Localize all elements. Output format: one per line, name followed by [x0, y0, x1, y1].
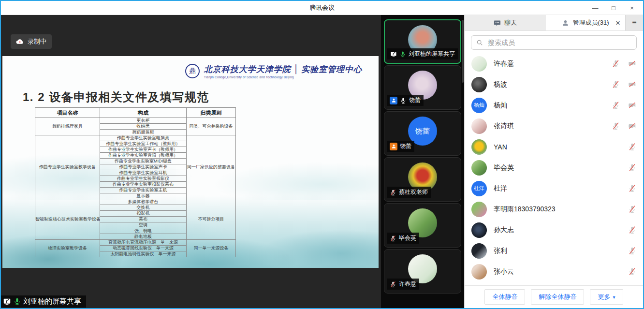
- table-row: 舞蹈排练厅家具更衣柜同类、可合并采购设备: [35, 118, 236, 124]
- screen-share-stage: 录制中 鼎 北京科技大学天津学院│实验室管理中心 Tianjin College…: [1, 15, 381, 308]
- tile-participant-name: 毕会英: [399, 234, 416, 242]
- member-row[interactable]: 杨灿杨灿: [465, 95, 643, 116]
- member-row[interactable]: 毕会英: [465, 157, 643, 178]
- member-status-icons: [628, 247, 636, 255]
- mic-muted-icon[interactable]: [628, 226, 636, 234]
- panel-close-icon[interactable]: ×: [615, 19, 620, 27]
- member-avatar: [471, 202, 487, 217]
- project-name-cell: 智能制造核心技术实验室教学设备: [35, 199, 100, 240]
- member-status-icons: [628, 205, 636, 213]
- table-header-composition: 构成: [100, 108, 187, 118]
- member-name: 毕会英: [494, 163, 514, 172]
- member-status-icons: [612, 59, 636, 68]
- minimize-icon[interactable]: —: [586, 1, 604, 15]
- camera-muted-icon[interactable]: [628, 122, 636, 130]
- mic-muted-icon[interactable]: [612, 101, 620, 109]
- member-row[interactable]: 张诗琪: [465, 116, 643, 136]
- member-avatar: [471, 56, 487, 72]
- member-row[interactable]: 张利: [465, 240, 643, 261]
- member-avatar: 杨灿: [471, 98, 487, 113]
- maximize-icon[interactable]: □: [604, 1, 623, 15]
- mute-all-button[interactable]: 全体静音: [484, 289, 525, 305]
- table-row: 智能制造核心技术实验室教学设备多媒体教学讲台不可拆分项目: [35, 199, 236, 205]
- slide-title: 1. 2 设备申报相关文件及填写规范: [23, 89, 379, 105]
- member-avatar: [471, 160, 487, 176]
- member-row[interactable]: 许春意: [465, 53, 643, 74]
- video-strip-scrollbar[interactable]: [462, 20, 464, 83]
- table-header-principle: 归类原则: [187, 108, 236, 118]
- button-label: 解除全体静音: [539, 293, 576, 301]
- member-status-icons: [612, 122, 636, 130]
- member-row[interactable]: 张小云: [465, 261, 643, 282]
- composition-cell: 收纳凳: [100, 124, 187, 130]
- member-list: 许春意杨波杨灿杨灿张诗琪YAN毕会英杜洋杜洋李明雨18303790323孙大志张…: [465, 53, 643, 285]
- screen-share-icon: [390, 51, 397, 58]
- tab-manage-members[interactable]: 管理成员(31) ··· ×: [546, 15, 625, 30]
- video-tile[interactable]: 刘亚楠的屏幕共享: [384, 19, 461, 64]
- camera-muted-icon[interactable]: [628, 59, 636, 68]
- tab-chat[interactable]: 聊天: [465, 15, 546, 30]
- member-avatar: [471, 118, 487, 134]
- member-row[interactable]: 杜洋杜洋: [465, 178, 643, 199]
- mic-muted-icon[interactable]: [628, 267, 636, 276]
- member-status-icons: [628, 143, 636, 151]
- member-avatar: 杜洋: [471, 181, 487, 196]
- panel-menu-icon[interactable]: ≡: [625, 15, 643, 30]
- more-button[interactable]: 更多▾: [590, 289, 623, 305]
- table-row: 物理实验室教学设备直流稳压电直流稳压电源 单一来源同一单一来源设备: [35, 240, 236, 246]
- tile-name-badge: 蔡桂双老师: [387, 187, 431, 198]
- composition-cell: 强、弱电: [100, 228, 187, 234]
- composition-cell: 作曲专业学生实验室声卡（教师用）: [100, 147, 187, 153]
- camera-muted-icon[interactable]: [628, 80, 636, 88]
- composition-cell: 作曲专业学生实验室MIDI键盘: [100, 159, 187, 164]
- video-tile[interactable]: 毕会英: [384, 203, 461, 248]
- member-row[interactable]: 孙大志: [465, 220, 643, 240]
- member-row[interactable]: 李明雨18303790323: [465, 199, 643, 220]
- window-title: 腾讯会议: [309, 3, 335, 12]
- video-tile[interactable]: 许春意: [384, 249, 461, 294]
- member-avatar: [471, 222, 487, 238]
- university-logo-icon: 鼎: [185, 64, 200, 78]
- mic-muted-icon[interactable]: [628, 163, 636, 172]
- mic-off-icon: [390, 235, 396, 242]
- tile-participant-name: 蔡桂双老师: [399, 188, 428, 196]
- mic-muted-icon[interactable]: [628, 143, 636, 151]
- close-icon[interactable]: ×: [623, 1, 641, 15]
- video-tile[interactable]: 饶蕾饶蕾: [384, 111, 461, 156]
- member-status-icons: [612, 101, 636, 109]
- mic-muted-icon[interactable]: [628, 184, 636, 192]
- panel-more-icon[interactable]: ···: [601, 19, 610, 26]
- video-tile[interactable]: 蔡桂双老师: [384, 157, 461, 202]
- member-avatar: [471, 139, 487, 155]
- search-members-input[interactable]: [487, 38, 631, 47]
- window-controls: — □ ×: [586, 1, 641, 15]
- member-row[interactable]: YAN: [465, 136, 643, 157]
- member-row[interactable]: 杨波: [465, 74, 643, 95]
- unmute-all-button[interactable]: 解除全体静音: [531, 289, 584, 305]
- mic-muted-icon[interactable]: [612, 80, 620, 88]
- mic-muted-icon[interactable]: [612, 59, 620, 68]
- slide-header: 鼎 北京科技大学天津学院│实验室管理中心 Tianjin College,Uni…: [2, 56, 379, 79]
- mic-muted-icon[interactable]: [628, 205, 636, 213]
- video-tile[interactable]: 饶蕾: [384, 65, 461, 110]
- screen-share-banner: 刘亚楠的屏幕共享: [1, 295, 86, 308]
- member-name: 张利: [494, 247, 507, 255]
- tab-chat-label: 聊天: [504, 18, 517, 27]
- recording-badge[interactable]: 录制中: [11, 34, 52, 49]
- member-status-icons: [628, 184, 636, 192]
- member-avatar: [471, 264, 487, 280]
- equipment-table: 项目名称 构成 归类原则 舞蹈排练厅家具更衣柜同类、可合并采购设备收纳凳舞蹈服装…: [35, 107, 236, 257]
- member-name: 许春意: [494, 59, 514, 68]
- share-banner-label: 刘亚楠的屏幕共享: [23, 297, 81, 306]
- tile-name-badge: 许春意: [387, 279, 419, 290]
- camera-muted-icon[interactable]: [628, 101, 636, 109]
- meeting-window: 腾讯会议 — □ × 录制中 鼎: [0, 0, 644, 309]
- member-role-icon: [390, 97, 397, 104]
- tile-participant-name: 许春意: [399, 280, 416, 288]
- composition-cell: 作曲专业学生实验室工作站（教师用）: [100, 141, 187, 147]
- host-role-icon: [390, 143, 397, 150]
- mic-muted-icon[interactable]: [628, 247, 636, 255]
- composition-cell: 作曲专业学生实验室耳机: [100, 170, 187, 176]
- slide-table-body: 舞蹈排练厅家具更衣柜同类、可合并采购设备收纳凳舞蹈服装柜作曲专业学生实验室教学设…: [35, 118, 236, 257]
- mic-muted-icon[interactable]: [612, 122, 620, 130]
